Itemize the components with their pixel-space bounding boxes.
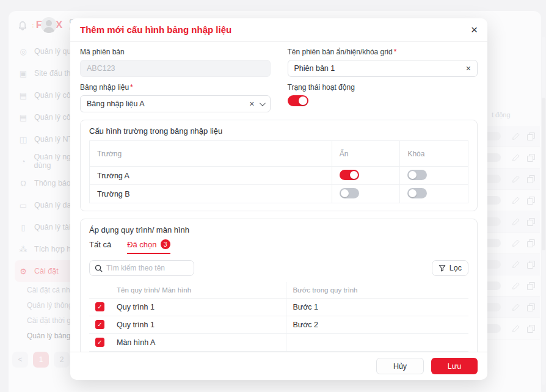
section-title: Áp dụng quy trình/ màn hình xyxy=(89,225,468,234)
apply-row: Quy trình 1 Bước 2 xyxy=(89,316,468,333)
input-value: ABC123 xyxy=(87,64,264,73)
search-input[interactable]: Tìm kiếm theo tên xyxy=(89,260,194,276)
locked-toggle[interactable] xyxy=(407,188,427,198)
row-checkbox[interactable] xyxy=(95,302,104,311)
form-grid: Mã phiên bản ABC123 Tên phiên bản ẩn/hiệ… xyxy=(80,48,478,112)
apply-tabs: Tất cả Đã chọn 3 xyxy=(89,239,468,254)
field-config-row: Trường A xyxy=(90,167,468,185)
row-checkbox[interactable] xyxy=(95,320,104,329)
process-name-cell: Màn hình A xyxy=(111,333,286,351)
label-text: Bảng nhập liệu xyxy=(80,83,129,92)
locked-cell xyxy=(400,185,468,203)
modal-title: Thêm mới cấu hình bảng nhập liệu xyxy=(80,24,231,35)
hidden-cell xyxy=(332,167,400,185)
search-row: Tìm kiếm theo tên Lọc xyxy=(89,260,468,276)
modal-footer: Hủy Lưu xyxy=(70,352,487,380)
chevron-down-icon[interactable] xyxy=(259,100,265,106)
input-value: Phiên bản 1 xyxy=(294,64,461,73)
process-name-cell: Quy trình 1 xyxy=(111,298,286,316)
close-icon[interactable]: × xyxy=(471,24,478,35)
process-step-cell xyxy=(286,333,468,351)
modal-add-grid-config: Thêm mới cấu hình bảng nhập liệu × Mã ph… xyxy=(70,18,487,380)
search-icon xyxy=(95,264,103,272)
field-label: Bảng nhập liệu* xyxy=(80,83,271,92)
apply-header-row: Tên quy trình/ Màn hình Bước trong quy t… xyxy=(89,282,468,298)
label-text: Tên phiên bản ẩn/hiện/khóa grid xyxy=(288,48,393,56)
field-bang-nhap-lieu: Bảng nhập liệu* Bảng nhập liệu A × xyxy=(80,83,271,112)
column-header-name: Tên quy trình/ Màn hình xyxy=(111,282,286,298)
locked-toggle[interactable] xyxy=(407,170,427,180)
tab[interactable]: Tất cả xyxy=(89,239,111,254)
select-value: Bảng nhập liệu A xyxy=(87,100,244,108)
label-text: Trạng thái hoạt động xyxy=(288,83,355,92)
tab[interactable]: Đã chọn 3 xyxy=(127,239,170,254)
ma-phien-ban-input: ABC123 xyxy=(80,60,271,77)
field-config-row: Trường B xyxy=(90,185,468,203)
column-header-khoa: Khóa xyxy=(400,141,468,167)
apply-section: Áp dụng quy trình/ màn hình Tất cả Đã ch… xyxy=(80,219,478,352)
apply-table: Tên quy trình/ Màn hình Bước trong quy t… xyxy=(89,282,468,352)
field-trang-thai: Trạng thái hoạt động xyxy=(288,83,478,112)
row-checkbox[interactable] xyxy=(95,338,104,347)
modal-header: Thêm mới cấu hình bảng nhập liệu × xyxy=(70,18,487,42)
apply-row: Quy trình 1 Bước 1 xyxy=(89,298,468,316)
field-label: Trạng thái hoạt động xyxy=(288,83,478,92)
filter-label: Lọc xyxy=(450,264,462,272)
checkbox-cell xyxy=(89,298,111,316)
label-text: Mã phiên bản xyxy=(80,48,125,56)
apply-row: Màn hình A xyxy=(89,333,468,351)
status-active-toggle[interactable] xyxy=(288,95,308,106)
checkbox-cell xyxy=(89,316,111,333)
process-step-cell: Bước 1 xyxy=(286,298,468,316)
process-name-cell: Quy trình 1 xyxy=(111,316,286,333)
filter-button[interactable]: Lọc xyxy=(432,260,468,276)
field-name-cell: Trường B xyxy=(90,185,332,203)
hidden-toggle[interactable] xyxy=(340,188,359,198)
hidden-toggle[interactable] xyxy=(340,170,359,180)
filter-funnel-icon xyxy=(439,264,446,272)
column-header-truong: Trường xyxy=(90,141,332,167)
required-asterisk: * xyxy=(394,48,397,56)
hidden-cell xyxy=(332,185,400,203)
field-config-table: Trường Ẩn Khóa Trường A xyxy=(89,140,468,203)
field-name-cell: Trường A xyxy=(90,167,332,185)
field-config-header-row: Trường Ẩn Khóa xyxy=(90,141,468,167)
field-label: Tên phiên bản ẩn/hiện/khóa grid* xyxy=(288,48,478,56)
tab-label: Đã chọn xyxy=(127,240,156,249)
required-asterisk: * xyxy=(130,83,133,92)
bang-nhap-lieu-select[interactable]: Bảng nhập liệu A × xyxy=(80,95,271,112)
column-header-checkbox xyxy=(89,282,111,298)
field-label: Mã phiên bản xyxy=(80,48,271,56)
checkbox-cell xyxy=(89,333,111,351)
save-button[interactable]: Lưu xyxy=(431,358,478,374)
field-ma-phien-ban: Mã phiên bản ABC123 xyxy=(80,48,271,77)
clear-select-icon[interactable]: × xyxy=(249,100,254,108)
clear-input-icon[interactable]: × xyxy=(466,64,471,73)
section-title: Cấu hình trường trong bảng nhập liệu xyxy=(89,126,468,136)
tab-count-badge: 3 xyxy=(161,239,170,249)
field-ten-phien-ban: Tên phiên bản ẩn/hiện/khóa grid* Phiên b… xyxy=(288,48,478,77)
field-config-section: Cấu hình trường trong bảng nhập liệu Trư… xyxy=(80,120,478,211)
process-step-cell: Bước 2 xyxy=(286,316,468,333)
locked-cell xyxy=(400,167,468,185)
column-header-step: Bước trong quy trình xyxy=(286,282,468,298)
column-header-an: Ẩn xyxy=(332,141,400,167)
search-placeholder: Tìm kiếm theo tên xyxy=(106,264,165,272)
ten-phien-ban-input[interactable]: Phiên bản 1 × xyxy=(288,60,478,77)
modal-body: Mã phiên bản ABC123 Tên phiên bản ẩn/hiệ… xyxy=(70,42,487,352)
cancel-button[interactable]: Hủy xyxy=(376,358,424,374)
tab-label: Tất cả xyxy=(89,240,111,249)
